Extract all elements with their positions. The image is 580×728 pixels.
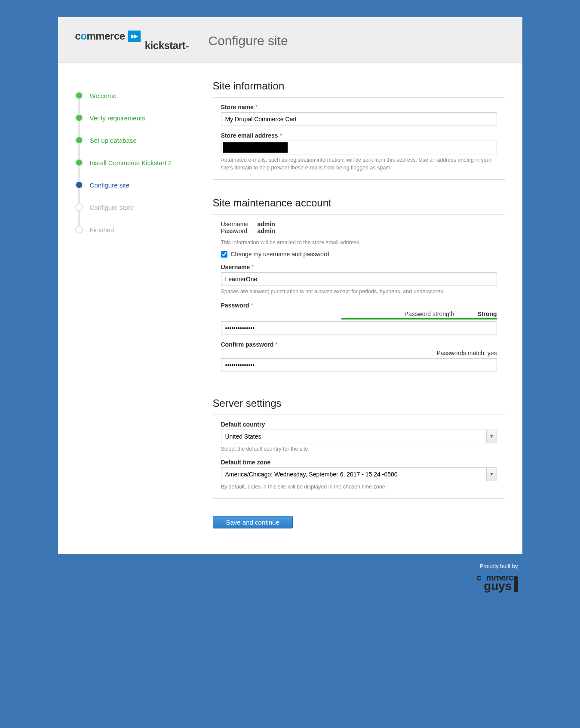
- proudly-built-by: Proudly built by: [58, 563, 518, 569]
- store-name-label: Store name *: [221, 104, 497, 111]
- store-email-label: Store email address *: [221, 132, 497, 139]
- step-verify: Verify requirements: [75, 107, 204, 129]
- tz-help: By default, dates in this site will be d…: [221, 483, 497, 491]
- logo: commerce ▶▶ kickstart™: [75, 30, 191, 52]
- step-dot-icon: [75, 92, 83, 99]
- save-and-continue-button[interactable]: Save and continue: [213, 516, 293, 528]
- install-steps: Welcome Verify requirements Set up datab…: [75, 84, 204, 241]
- chevron-down-icon[interactable]: ▼: [487, 430, 497, 443]
- username-label: Username *: [221, 264, 497, 270]
- step-dot-icon: [75, 226, 83, 233]
- store-email-redacted: [223, 142, 288, 153]
- step-database: Set up database: [75, 129, 204, 151]
- step-dot-icon: [75, 114, 83, 122]
- country-select[interactable]: [221, 430, 487, 443]
- step-dot-icon: [75, 136, 83, 144]
- server-title: Server settings: [213, 397, 505, 409]
- step-dot-icon: [75, 181, 83, 189]
- password-match-label: Passwords match:: [436, 350, 485, 356]
- store-email-help: Automated e-mails, such as registration …: [221, 156, 497, 172]
- password-strength-value: Strong: [477, 310, 497, 317]
- logo-commerce-text: commerce: [75, 30, 125, 42]
- password-strength-bar: [341, 318, 497, 319]
- person-icon: [514, 580, 518, 592]
- username-input[interactable]: [221, 272, 497, 286]
- step-welcome: Welcome: [75, 84, 204, 107]
- country-help: Select the default country for the site.: [221, 445, 497, 453]
- step-finished: Finished: [75, 218, 204, 241]
- store-email-input-wrap[interactable]: [221, 141, 497, 154]
- logo-badge-icon: ▶▶: [128, 31, 141, 42]
- default-username-row: Username admin: [221, 221, 497, 227]
- default-password-row: Password admin: [221, 227, 497, 234]
- country-label: Default country: [221, 421, 497, 428]
- maint-fieldset: Username admin Password admin This infor…: [213, 214, 505, 380]
- confirm-password-label: Confirm password *: [221, 341, 497, 348]
- step-configure-store: Configure store: [75, 196, 204, 218]
- password-strength-label: Password strength:: [405, 310, 456, 317]
- server-fieldset: Default country ▼ Select the default cou…: [213, 415, 505, 499]
- step-configure-site: Configure site: [75, 174, 204, 196]
- maint-title: Site maintenance account: [213, 197, 505, 209]
- username-help: Spaces are allowed; punctuation is not a…: [221, 288, 497, 295]
- commerceguys-logo: commerce guys: [476, 573, 518, 593]
- tz-select[interactable]: [221, 467, 487, 481]
- store-name-input[interactable]: [221, 112, 497, 126]
- change-credentials-label: Change my username and password.: [231, 251, 331, 258]
- sidebar: Welcome Verify requirements Set up datab…: [75, 80, 204, 528]
- footer: Proudly built by commerce guys: [58, 563, 522, 593]
- step-dot-icon: [75, 203, 83, 211]
- emailed-note: This information will be emailed to the …: [221, 239, 497, 246]
- change-credentials-checkbox[interactable]: [221, 251, 227, 258]
- main-content: Site information Store name * Store emai…: [204, 80, 505, 528]
- password-label: Password *: [221, 302, 497, 309]
- site-info-fieldset: Store name * Store email address * Autom…: [213, 97, 505, 180]
- chevron-down-icon[interactable]: ▼: [487, 467, 497, 481]
- password-input[interactable]: [221, 321, 497, 335]
- page-title: Configure site: [209, 34, 288, 48]
- header: commerce ▶▶ kickstart™ Configure site: [58, 17, 522, 63]
- confirm-password-input[interactable]: [221, 358, 497, 372]
- tz-label: Default time zone: [221, 459, 497, 466]
- step-dot-icon: [75, 159, 83, 166]
- password-match-value: yes: [488, 350, 497, 356]
- step-install: Install Commerce Kickstart 2: [75, 151, 204, 174]
- site-info-title: Site information: [213, 80, 505, 92]
